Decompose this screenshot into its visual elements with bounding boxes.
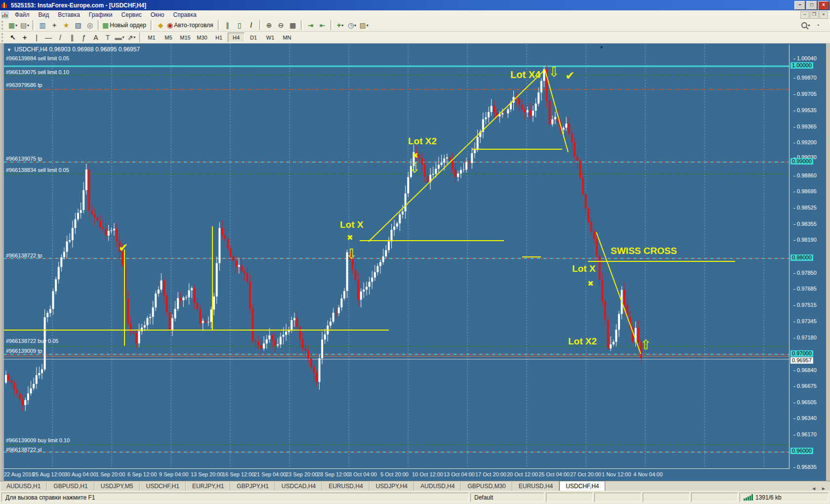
- timeframe-W1[interactable]: W1: [262, 33, 278, 42]
- time-axis-label: 3 Oct 04:00: [349, 471, 377, 477]
- time-axis-label: 4 Nov 04:00: [633, 471, 663, 477]
- chart-tab-USDJPY,H4[interactable]: USDJPY,H4: [370, 482, 414, 491]
- chart-tab-GBPUSD,M30[interactable]: GBPUSD,M30: [461, 482, 512, 491]
- chart-header: ▼USDCHF,H4 0.96903 0.96988 0.96895 0.969…: [7, 46, 140, 53]
- chart-tab-EURUSD,H4[interactable]: EURUSD,H4: [322, 482, 369, 491]
- timeframe-M5[interactable]: M5: [161, 33, 176, 42]
- close-button[interactable]: ×: [818, 1, 829, 10]
- indicators-icon[interactable]: +▾: [335, 20, 346, 30]
- app-icon: [1, 1, 8, 9]
- menu-item-Файл[interactable]: Файл: [10, 11, 34, 19]
- check-mark-icon: ✔: [119, 241, 128, 254]
- price-axis[interactable]: 1.000400.998700.997050.995350.993650.992…: [789, 44, 826, 481]
- search-icon[interactable]: ▾: [800, 20, 811, 30]
- chart-tab-USDCAD,H4[interactable]: USDCAD,H4: [275, 482, 322, 491]
- time-axis-label: 9 Sep 04:00: [159, 471, 188, 477]
- menu-item-Окно[interactable]: Окно: [146, 11, 169, 19]
- scroll-to-end-icon[interactable]: ▼: [599, 45, 604, 50]
- price-axis-label: 0.98860: [793, 172, 817, 178]
- trendline-icon[interactable]: /: [55, 33, 66, 42]
- periods-icon[interactable]: ◷▾: [347, 20, 358, 30]
- time-axis-label: 16 Sep 12:00: [222, 471, 254, 477]
- toolbar-separator: [218, 20, 220, 30]
- community-icon[interactable]: ◔: [812, 20, 823, 30]
- child-minimize-button[interactable]: –: [800, 11, 809, 19]
- order-label: #966139884 sell limit 0.05: [6, 55, 69, 61]
- price-level-tag: 0.97000: [790, 350, 813, 357]
- chart-tab-AUDUSD,H1[interactable]: AUDUSD,H1: [0, 482, 47, 491]
- timeframe-M15[interactable]: M15: [177, 33, 193, 42]
- navigator-icon[interactable]: ★: [61, 20, 72, 30]
- tile-windows-icon[interactable]: ▦: [288, 20, 298, 30]
- menu-item-Графики[interactable]: Графики: [84, 11, 117, 19]
- zoom-in-icon[interactable]: ⊕: [264, 20, 275, 30]
- bar-chart-icon-glyph: ∥: [226, 21, 229, 29]
- chart-tab-USDCHF,H4[interactable]: USDCHF,H4: [559, 481, 605, 491]
- menu-item-Вставка[interactable]: Вставка: [53, 11, 84, 19]
- chart-shift-icon[interactable]: ⇤: [317, 20, 328, 30]
- profiles-icon[interactable]: ▤▾: [19, 20, 30, 30]
- child-close-button[interactable]: ×: [819, 11, 828, 19]
- timeframe-M30[interactable]: M30: [194, 33, 210, 42]
- status-traffic: 1391/6 kb: [740, 493, 829, 502]
- autoscroll-icon[interactable]: ⇥: [305, 20, 316, 30]
- horizontal-line-icon[interactable]: —: [43, 33, 54, 42]
- chart-canvas[interactable]: [4, 44, 789, 468]
- fibonacci-icon[interactable]: ƒ: [79, 33, 89, 42]
- chart-shift-icon-glyph: ⇤: [320, 21, 326, 29]
- chart-tab-EURJPY,H1[interactable]: EURJPY,H1: [186, 482, 230, 491]
- text-icon[interactable]: A: [90, 33, 101, 42]
- terminal-icon[interactable]: ▧: [73, 20, 83, 30]
- cross-mark-icon: ✖: [347, 233, 353, 242]
- new-order-button[interactable]: ▦Новый ордер: [102, 20, 148, 30]
- cursor-icon[interactable]: ↖: [7, 33, 18, 42]
- minimize-button[interactable]: –: [794, 1, 805, 10]
- timeframe-H4[interactable]: H4: [228, 33, 245, 42]
- shapes-icon[interactable]: ▬▾: [114, 33, 125, 42]
- vertical-line-icon[interactable]: |: [31, 33, 42, 42]
- time-axis-label: 1 Nov 12:00: [602, 471, 631, 477]
- menu-item-Сервис[interactable]: Сервис: [117, 11, 146, 19]
- time-axis-label: 6 Sep 12:00: [127, 471, 157, 477]
- timeframe-M1[interactable]: M1: [144, 33, 160, 42]
- collapse-triangle-icon[interactable]: ▼: [7, 47, 11, 52]
- chart-tab-GBPJPY,H1[interactable]: GBPJPY,H1: [230, 482, 275, 491]
- templates-icon[interactable]: ▨▾: [359, 20, 370, 30]
- chart-tab-GBPUSD,H1[interactable]: GBPUSD,H1: [47, 482, 94, 491]
- timeframe-D1[interactable]: D1: [246, 33, 261, 42]
- candle-chart-icon[interactable]: ▯: [234, 20, 245, 30]
- market-watch-icon[interactable]: ▥: [37, 20, 48, 30]
- chart-tab-USDCHF,H1[interactable]: USDCHF,H1: [140, 482, 186, 491]
- order-label: #966139075 tp: [6, 156, 42, 162]
- arrows-icon[interactable]: ⇗▾: [126, 33, 137, 42]
- data-window-icon[interactable]: +: [49, 20, 60, 30]
- price-axis-label: 0.97685: [793, 286, 817, 292]
- chevron-down-icon: ▾: [15, 23, 17, 28]
- metaeditor-icon[interactable]: ◆: [155, 20, 166, 30]
- chart-tab-EURUSD,H4[interactable]: EURUSD,H4: [512, 482, 559, 491]
- time-axis[interactable]: 22 Aug 201625 Aug 12:0030 Aug 04:001 Sep…: [4, 469, 789, 481]
- new-chart-icon[interactable]: ▦▾: [7, 20, 18, 30]
- price-axis-label: 0.96840: [793, 367, 817, 373]
- menu-item-Справка[interactable]: Справка: [169, 11, 201, 19]
- status-profile[interactable]: Default: [470, 493, 544, 502]
- maximize-button[interactable]: □: [806, 1, 817, 10]
- chart-tab-AUDUSD,H4[interactable]: AUDUSD,H4: [414, 482, 461, 491]
- crosshair-icon[interactable]: +: [19, 33, 30, 42]
- line-chart-icon[interactable]: /: [246, 20, 257, 30]
- tester-icon[interactable]: ◎: [84, 20, 95, 30]
- timeframe-H1[interactable]: H1: [211, 33, 227, 42]
- autotrade-button[interactable]: ◉Авто-торговля: [167, 20, 215, 30]
- timeframe-MN[interactable]: MN: [279, 33, 295, 42]
- price-axis-label: 0.99200: [793, 139, 817, 145]
- order-label: #966138722 buy 0.05: [6, 338, 58, 344]
- bar-chart-icon[interactable]: ∥: [222, 20, 233, 30]
- label-icon[interactable]: T: [102, 33, 113, 42]
- zoom-out-icon[interactable]: ⊖: [276, 20, 287, 30]
- channel-icon[interactable]: ∥: [67, 33, 78, 42]
- chart-tab-USDJPY,M5[interactable]: USDJPY,M5: [94, 482, 140, 491]
- time-axis-label: 23 Sep 20:00: [286, 471, 318, 477]
- chart-plot-area[interactable]: ▼USDCHF,H4 0.96903 0.96988 0.96895 0.969…: [4, 44, 789, 469]
- menu-item-Вид[interactable]: Вид: [34, 11, 54, 19]
- child-restore-button[interactable]: ❐: [810, 11, 819, 19]
